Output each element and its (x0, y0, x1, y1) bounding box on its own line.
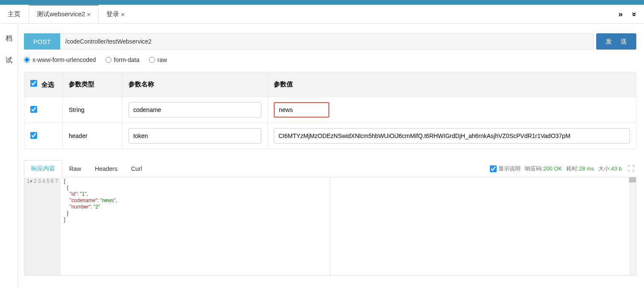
http-method-badge[interactable]: POST (24, 33, 60, 50)
tab-label: 登录 (106, 10, 119, 18)
sidebar-item-doc[interactable]: 档 (6, 34, 12, 43)
response-meta: 显示说明 响应码:200 OK 耗时:28 ms 大小:43 b ⛶ (490, 165, 636, 173)
response-time: 耗时:28 ms (566, 165, 594, 173)
param-name-input[interactable] (129, 102, 261, 118)
col-param-type: 参数类型 (63, 72, 123, 97)
tab-curl[interactable]: Curl (124, 161, 149, 176)
response-tabs: 响应内容 Raw Headers Curl 显示说明 响应码:200 OK 耗时… (24, 160, 636, 177)
tab-strip-controls: » » (618, 5, 641, 24)
tab-label: 测试webservice2 (37, 10, 85, 18)
tab-strip: 主页 测试webservice2 × 登录 × » » (0, 5, 644, 24)
select-all-checkbox[interactable] (30, 80, 37, 87)
row-checkbox[interactable] (30, 132, 37, 139)
radio-formdata[interactable] (105, 57, 111, 63)
body-type-raw[interactable]: raw (149, 56, 167, 63)
col-param-name: 参数名称 (123, 72, 268, 97)
body-type-label: raw (158, 56, 167, 63)
collapse-icon[interactable]: » (629, 12, 638, 16)
body-type-label: x-www-form-urlencoded (32, 56, 96, 63)
response-body-editor[interactable]: 1▾ 2 3 4 5 6 7 [ { "id": "1", "codename"… (24, 177, 636, 276)
col-select-all: 全选 (24, 72, 63, 97)
table-row: header (24, 123, 636, 149)
row-checkbox[interactable] (30, 106, 37, 113)
show-desc-label: 显示说明 (498, 165, 521, 173)
fullscreen-icon[interactable]: ⛶ (628, 165, 635, 173)
param-type: String (63, 97, 123, 123)
main-content: POST 发 送 x-www-form-urlencoded form-data… (18, 24, 644, 288)
tab-home[interactable]: 主页 (0, 5, 29, 24)
param-value-input[interactable] (274, 102, 329, 118)
show-desc-checkbox[interactable] (490, 165, 497, 172)
left-sidebar: 档 试 (0, 24, 18, 288)
tab-headers[interactable]: Headers (88, 161, 124, 176)
select-all-label: 全选 (41, 81, 54, 88)
response-size: 大小:43 b (598, 165, 622, 173)
send-button[interactable]: 发 送 (596, 33, 636, 50)
status-code: 响应码:200 OK (525, 165, 562, 173)
url-input[interactable] (60, 33, 594, 50)
editor-split-divider[interactable] (330, 177, 330, 275)
body-type-formdata[interactable]: form-data (105, 56, 140, 63)
show-description-toggle[interactable]: 显示说明 (490, 165, 521, 173)
close-icon[interactable]: × (87, 11, 91, 18)
col-param-value: 参数值 (268, 72, 636, 97)
scrollbar-thumb[interactable] (629, 177, 636, 182)
line-gutter: 1▾ 2 3 4 5 6 7 (24, 177, 61, 275)
param-value-input[interactable] (274, 128, 630, 144)
body-type-urlencoded[interactable]: x-www-form-urlencoded (24, 56, 96, 63)
tab-webservice2[interactable]: 测试webservice2 × (29, 5, 99, 24)
param-name-input[interactable] (129, 128, 261, 144)
window-header-bar (0, 0, 644, 5)
radio-urlencoded[interactable] (24, 57, 30, 63)
tab-raw[interactable]: Raw (62, 161, 88, 176)
close-icon[interactable]: × (121, 11, 125, 18)
tab-label: 主页 (8, 10, 20, 18)
radio-raw[interactable] (149, 57, 155, 63)
param-type: header (63, 123, 123, 149)
code-content: [ { "id": "1", "codename": "news", "numb… (61, 177, 330, 275)
vertical-scrollbar[interactable] (629, 177, 636, 275)
body-type-label: form-data (114, 56, 140, 63)
params-table: 全选 参数类型 参数名称 参数值 String header (24, 72, 636, 149)
request-bar: POST 发 送 (24, 33, 636, 50)
sidebar-item-test[interactable]: 试 (6, 56, 12, 65)
body-type-selector: x-www-form-urlencoded form-data raw (24, 56, 636, 63)
more-tabs-icon[interactable]: » (618, 10, 623, 19)
tab-response-body[interactable]: 响应内容 (24, 160, 62, 177)
table-row: String (24, 97, 636, 123)
tab-login[interactable]: 登录 × (99, 5, 133, 24)
